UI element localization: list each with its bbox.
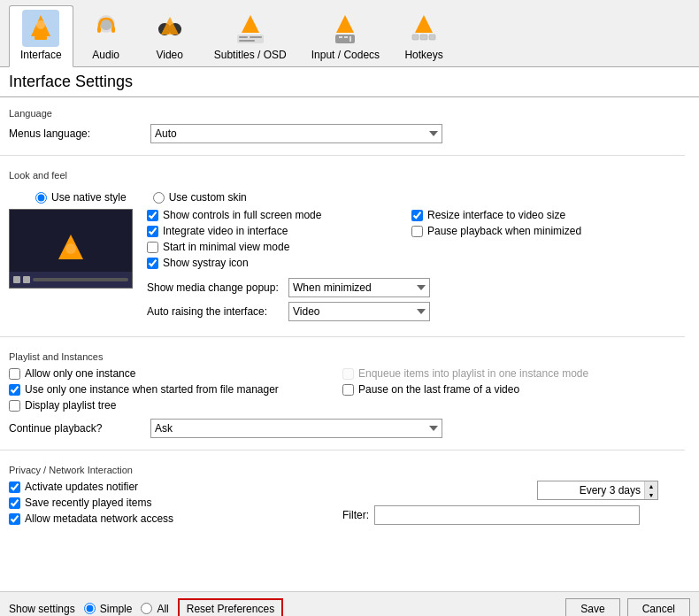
enqueue-check[interactable]: Enqueue items into playlist in one insta…	[342, 367, 658, 380]
svg-rect-29	[420, 35, 427, 40]
cancel-button[interactable]: Cancel	[627, 598, 690, 617]
continue-playback-row: Continue playback? Ask Always Never	[9, 419, 658, 438]
save-button[interactable]: Save	[565, 598, 619, 617]
pause-minimized-input[interactable]	[411, 226, 423, 237]
svg-point-32	[65, 243, 76, 254]
divider-2	[0, 336, 685, 337]
toolbar-item-interface[interactable]: Interface	[9, 5, 73, 67]
menus-language-select[interactable]: Auto English French German Spanish	[150, 124, 442, 143]
preview-stop-btn	[23, 276, 30, 283]
file-manager-check[interactable]: Use only one instance when started from …	[9, 383, 325, 396]
svg-rect-25	[350, 36, 351, 42]
filter-label: Filter:	[342, 509, 369, 521]
integrate-video-check[interactable]: Integrate video in interface	[147, 225, 394, 237]
one-instance-check[interactable]: Allow only one instance	[9, 367, 325, 380]
filter-row: Filter:	[342, 505, 658, 525]
fullscreen-controls-input[interactable]	[147, 210, 158, 221]
systray-input[interactable]	[147, 258, 158, 269]
one-instance-input[interactable]	[9, 368, 20, 380]
simple-radio[interactable]: Simple	[84, 603, 133, 615]
auto-raising-select[interactable]: Never Video Always	[288, 302, 430, 321]
spinbox-up-btn[interactable]: ▲	[645, 481, 657, 490]
all-radio[interactable]: All	[141, 603, 168, 615]
updates-check[interactable]: Activate updates notifier	[9, 481, 325, 493]
resize-interface-input[interactable]	[411, 210, 423, 221]
native-style-input[interactable]	[35, 192, 47, 204]
recently-played-input[interactable]	[9, 497, 20, 509]
fullscreen-controls-check[interactable]: Show controls in full screen mode	[147, 209, 394, 221]
continue-playback-select[interactable]: Ask Always Never	[150, 419, 442, 438]
updates-frequency-row: ▲ ▼	[342, 481, 658, 500]
continue-playback-label: Continue playback?	[9, 422, 150, 435]
svg-rect-2	[35, 36, 47, 40]
svg-rect-24	[344, 36, 348, 38]
integrate-video-input[interactable]	[147, 226, 158, 237]
enqueue-input[interactable]	[342, 368, 354, 380]
custom-skin-input[interactable]	[153, 192, 165, 204]
media-change-row: Show media change popup: Never When mini…	[147, 278, 658, 297]
metadata-label: Allow metadata network access	[25, 512, 173, 525]
toolbar-label-interface: Interface	[20, 49, 62, 61]
fullscreen-controls-label: Show controls in full screen mode	[163, 209, 321, 221]
one-instance-label: Allow only one instance	[25, 367, 135, 380]
pause-last-frame-input[interactable]	[342, 384, 354, 396]
minimal-view-input[interactable]	[147, 242, 158, 253]
simple-radio-label: Simple	[100, 603, 133, 615]
toolbar: Interface Audio	[0, 0, 699, 67]
checkboxes-right: Resize interface to video size Pause pla…	[411, 209, 658, 273]
toolbar-item-hotkeys[interactable]: Hotkeys	[393, 5, 455, 66]
footer: Show settings Simple All Reset Preferenc…	[0, 591, 699, 616]
media-change-select[interactable]: Never When minimized Always	[288, 278, 430, 297]
updates-spinbox[interactable]: ▲ ▼	[537, 481, 658, 500]
show-settings-label: Show settings	[9, 603, 75, 615]
custom-skin-radio[interactable]: Use custom skin	[153, 191, 247, 204]
file-manager-label: Use only one instance when started from …	[25, 383, 279, 396]
minimal-view-check[interactable]: Start in minimal view mode	[147, 241, 394, 253]
divider-1	[0, 155, 685, 156]
all-radio-label: All	[157, 603, 168, 615]
preview-progress-bar	[33, 278, 128, 281]
audio-icon	[88, 10, 125, 47]
look-feel-section: Look and feel Use native style Use custo…	[0, 159, 685, 333]
updates-spinbox-input[interactable]	[538, 484, 644, 497]
svg-rect-8	[111, 27, 115, 33]
playlist-tree-input[interactable]	[9, 400, 20, 412]
playlist-tree-check[interactable]: Display playlist tree	[9, 399, 325, 412]
recently-played-label: Save recently played items	[25, 497, 151, 509]
language-section-title: Language	[9, 108, 658, 119]
privacy-two-col: Activate updates notifier Save recently …	[9, 481, 658, 528]
toolbar-item-subtitles[interactable]: Subtitles / OSD	[203, 5, 298, 66]
pause-last-frame-label: Pause on the last frame of a video	[358, 383, 519, 396]
preview-controls	[10, 272, 132, 288]
privacy-section-title: Privacy / Network Interaction	[9, 465, 658, 475]
footer-right: Save Cancel	[565, 598, 690, 617]
toolbar-item-video[interactable]: Video	[139, 5, 201, 66]
pause-minimized-check[interactable]: Pause playback when minimized	[411, 225, 658, 237]
toolbar-label-input: Input / Codecs	[311, 49, 380, 61]
simple-radio-input[interactable]	[84, 603, 96, 614]
svg-rect-18	[250, 36, 262, 38]
metadata-check[interactable]: Allow metadata network access	[9, 512, 325, 525]
systray-label: Show systray icon	[163, 257, 249, 269]
input-icon	[326, 10, 364, 47]
playlist-section: Playlist and Instances Allow only one in…	[0, 341, 685, 446]
spinbox-down-btn[interactable]: ▼	[645, 490, 657, 499]
recently-played-check[interactable]: Save recently played items	[9, 497, 325, 509]
updates-input[interactable]	[9, 481, 20, 493]
look-feel-main-row: Show controls in full screen mode Integr…	[9, 209, 658, 326]
systray-check[interactable]: Show systray icon	[147, 257, 394, 269]
all-radio-input[interactable]	[141, 603, 152, 614]
toolbar-item-input[interactable]: Input / Codecs	[300, 5, 391, 66]
pause-last-frame-check[interactable]: Pause on the last frame of a video	[342, 383, 658, 396]
auto-raising-label: Auto raising the interface:	[147, 305, 288, 318]
metadata-input[interactable]	[9, 513, 20, 525]
resize-interface-check[interactable]: Resize interface to video size	[411, 209, 658, 221]
toolbar-item-audio[interactable]: Audio	[75, 5, 137, 66]
playlist-two-col: Allow only one instance Use only one ins…	[9, 367, 658, 415]
resize-interface-label: Resize interface to video size	[427, 209, 565, 221]
filter-input[interactable]	[374, 505, 640, 525]
native-style-radio[interactable]: Use native style	[35, 191, 127, 204]
file-manager-input[interactable]	[9, 384, 20, 396]
reset-preferences-button[interactable]: Reset Preferences	[178, 598, 283, 617]
vlc-preview-icon	[53, 231, 88, 266]
